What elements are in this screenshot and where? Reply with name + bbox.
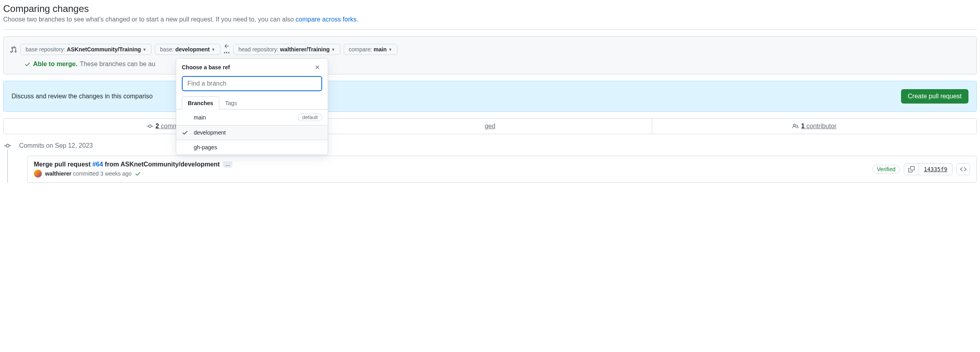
commit-item: Merge pull request #64 from ASKnetCommun… [27,156,977,183]
sha-group: 14335f9 [904,163,952,175]
files-label: ged [485,123,496,130]
caret-down-icon: ▼ [331,47,335,52]
subtitle-text: Choose two branches to see what's change… [3,16,295,23]
timeline-date-heading: Commits on Sep 12, 2023 [19,142,93,149]
commit-right: Verified 14335f9 [872,163,970,175]
base-ref-selector[interactable]: base: development ▼ [155,44,220,55]
branch-item-main[interactable]: main default [176,110,328,125]
branch-list: main default development gh-pages [176,110,328,154]
commit-icon [147,123,153,129]
divider [3,29,977,30]
compare-box: base repository: ASKnetCommunity/Trainin… [3,36,977,74]
dropdown-close-button[interactable] [313,63,322,72]
caret-down-icon: ▼ [211,47,215,52]
merge-status: Able to merge. These branches can be au [10,61,970,68]
base-repo-value: ASKnetCommunity/Training [67,46,141,53]
merge-ok-label: Able to merge. [33,61,77,68]
branch-name: main [194,114,206,121]
page-title: Comparing changes [3,3,977,14]
compare-ref-label: compare: [349,46,372,53]
commit-meta-rest: committed 3 weeks ago [73,170,132,177]
commit-left: Merge pull request #64 from ASKnetCommun… [34,161,866,178]
stat-contributors[interactable]: 1 contributor [652,119,976,134]
create-pull-request-button[interactable]: Create pull request [901,89,968,104]
contributors-count: 1 [801,123,805,129]
compare-row: base repository: ASKnetCommunity/Trainin… [10,43,970,56]
commit-expand-button[interactable]: … [223,161,232,168]
avatar[interactable] [34,170,42,178]
commit-title-suffix: from ASKnetCommunity/development [103,161,220,168]
stat-files-changed[interactable]: ged [328,119,653,134]
branch-item-development[interactable]: development [176,125,328,140]
code-icon [960,166,966,172]
discuss-text: Discuss and review the changes in this c… [12,93,153,100]
commit-title: Merge pull request #64 from ASKnetCommun… [34,161,866,168]
base-ref-value: development [175,46,210,53]
dropdown-tabs: Branches Tags [176,96,328,110]
merge-ok-rest: These branches can be au [80,61,155,68]
commit-meta: walthierer committed 3 weeks ago [34,170,866,178]
branch-filter-input[interactable] [182,76,322,91]
contributors-label: contributor [807,123,837,129]
head-repo-selector[interactable]: head repository: walthierer/Training ▼ [233,44,340,55]
tab-branches[interactable]: Branches [182,96,219,110]
tab-tags[interactable]: Tags [219,96,243,110]
compare-direction: ••• [224,43,230,56]
base-ref-label: base: [160,46,173,53]
base-repo-label: base repository: [26,46,65,53]
caret-down-icon: ▼ [388,47,392,52]
commit-title-prefix: Merge pull request [34,161,92,168]
timeline-date-row: Commits on Sep 12, 2023 [11,142,977,149]
verified-badge[interactable]: Verified [872,165,900,174]
dropdown-title: Choose a base ref [182,64,230,70]
commit-author[interactable]: walthierer [45,170,71,177]
caret-down-icon: ▼ [143,47,147,52]
compare-ref-value: main [374,46,387,53]
base-ref-dropdown: Choose a base ref Branches Tags main def… [176,58,328,155]
subtitle-suffix: . [356,16,358,23]
commit-sha-link[interactable]: 14335f9 [919,164,952,175]
check-icon [24,61,31,67]
copy-icon [908,166,915,172]
commits-count: 2 [155,123,159,129]
base-repo-selector[interactable]: base repository: ASKnetCommunity/Trainin… [20,44,152,55]
check-icon [182,129,188,136]
copy-sha-button[interactable] [904,164,919,175]
branch-item-gh-pages[interactable]: gh-pages [176,140,328,154]
head-repo-value: walthierer/Training [280,46,329,53]
kebab-icon: ••• [224,50,230,56]
commit-dot-icon [4,142,11,149]
close-icon [314,64,321,70]
commit-pr-link[interactable]: #64 [92,161,103,168]
git-compare-icon [10,46,17,53]
commit-title-link[interactable]: Merge pull request [34,161,92,168]
compare-across-forks-link[interactable]: compare across forks [295,16,356,23]
branch-name: development [194,129,226,136]
timeline-rail [7,145,8,183]
head-repo-label: head repository: [238,46,278,53]
compare-ref-selector[interactable]: compare: main ▼ [344,44,398,55]
discuss-box: Discuss and review the changes in this c… [3,81,977,112]
merge-ok: Able to merge. [24,61,77,68]
browse-code-button[interactable] [956,163,970,175]
dropdown-header: Choose a base ref [176,59,328,76]
default-badge: default [298,113,322,121]
status-check-icon[interactable] [135,170,141,177]
page-subtitle: Choose two branches to see what's change… [3,16,977,23]
branch-name: gh-pages [194,144,217,151]
arrow-left-icon [224,43,230,49]
commit-title-suffix-link[interactable]: from ASKnetCommunity/development [103,161,220,168]
commit-timeline: Commits on Sep 12, 2023 Merge pull reque… [3,142,977,183]
people-icon [792,123,799,129]
stats-row: 2 commits ged 1 contributor [3,118,977,134]
